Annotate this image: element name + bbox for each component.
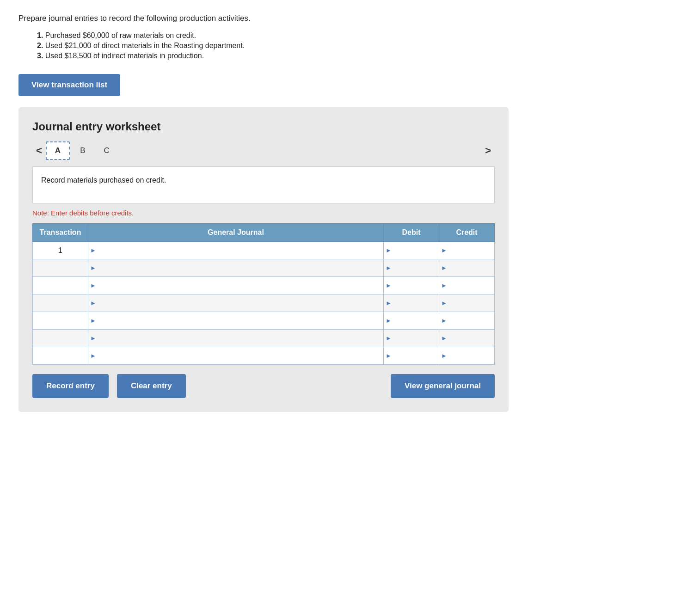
activity-text-1: Purchased $60,000 of raw materials on cr… bbox=[45, 31, 196, 39]
debit-cell-7[interactable]: ► bbox=[384, 347, 439, 365]
credit5-arrow: ► bbox=[441, 317, 447, 324]
credit3-arrow: ► bbox=[441, 282, 447, 289]
debit4-arrow: ► bbox=[386, 300, 392, 306]
debit1-arrow: ► bbox=[386, 247, 392, 254]
debit-input-6[interactable] bbox=[392, 330, 439, 347]
credit-input-6[interactable] bbox=[447, 330, 494, 347]
activity-list: 1. Purchased $60,000 of raw materials on… bbox=[37, 31, 682, 60]
credit1-arrow: ► bbox=[441, 247, 447, 254]
journal-input-7[interactable] bbox=[96, 347, 383, 364]
debit-cell-3[interactable]: ► bbox=[384, 277, 439, 294]
col-debit: Debit bbox=[384, 224, 439, 242]
debit-cell-5[interactable]: ► bbox=[384, 312, 439, 330]
description-box: Record materials purchased on credit. bbox=[32, 166, 495, 203]
credit-cell-2[interactable]: ► bbox=[439, 259, 495, 277]
debit-input-5[interactable] bbox=[392, 312, 439, 329]
activity-text-2: Used $21,000 of direct materials in the … bbox=[45, 42, 245, 49]
credit-input-1[interactable] bbox=[447, 242, 494, 259]
note-text: Note: Enter debits before credits. bbox=[32, 209, 495, 217]
credit-cell-4[interactable]: ► bbox=[439, 294, 495, 312]
row6-arrow: ► bbox=[90, 335, 96, 342]
journal-cell-6[interactable]: ► bbox=[88, 330, 384, 347]
row7-arrow: ► bbox=[90, 352, 96, 359]
debit-cell-2[interactable]: ► bbox=[384, 259, 439, 277]
col-credit: Credit bbox=[439, 224, 495, 242]
debit-input-2[interactable] bbox=[392, 259, 439, 276]
table-row: 1 ► ► ► bbox=[33, 242, 495, 259]
journal-input-2[interactable] bbox=[96, 259, 383, 276]
transaction-cell-5 bbox=[33, 312, 88, 330]
credit-input-4[interactable] bbox=[447, 294, 494, 312]
credit-cell-1[interactable]: ► bbox=[439, 242, 495, 259]
journal-cell-2[interactable]: ► bbox=[88, 259, 384, 277]
debit-input-4[interactable] bbox=[392, 294, 439, 312]
row4-arrow: ► bbox=[90, 300, 96, 306]
debit5-arrow: ► bbox=[386, 317, 392, 324]
debit-input-1[interactable] bbox=[392, 242, 439, 259]
credit-input-7[interactable] bbox=[447, 347, 494, 364]
table-body: 1 ► ► ► bbox=[33, 242, 495, 365]
credit-cell-7[interactable]: ► bbox=[439, 347, 495, 365]
table-header: Transaction General Journal Debit Credit bbox=[33, 224, 495, 242]
credit-input-5[interactable] bbox=[447, 312, 494, 329]
journal-cell-1[interactable]: ► bbox=[88, 242, 384, 259]
debit3-arrow: ► bbox=[386, 282, 392, 289]
row1-arrow: ► bbox=[90, 247, 96, 254]
journal-cell-7[interactable]: ► bbox=[88, 347, 384, 365]
prev-tab-arrow[interactable]: < bbox=[32, 145, 46, 157]
activity-item-2: 2. Used $21,000 of direct materials in t… bbox=[37, 42, 682, 50]
worksheet-container: Journal entry worksheet < A B C > Record… bbox=[18, 107, 509, 412]
credit4-arrow: ► bbox=[441, 300, 447, 306]
activity-item-1: 1. Purchased $60,000 of raw materials on… bbox=[37, 31, 682, 40]
credit-cell-6[interactable]: ► bbox=[439, 330, 495, 347]
debit2-arrow: ► bbox=[386, 264, 392, 271]
journal-input-1[interactable] bbox=[96, 242, 383, 259]
transaction-cell-2 bbox=[33, 259, 88, 277]
journal-input-6[interactable] bbox=[96, 330, 383, 347]
tab-a[interactable]: A bbox=[46, 141, 70, 160]
transaction-cell-1: 1 bbox=[33, 242, 88, 259]
table-row: ► ► ► bbox=[33, 330, 495, 347]
table-row: ► ► ► bbox=[33, 277, 495, 294]
transaction-cell-4 bbox=[33, 294, 88, 312]
tab-c[interactable]: C bbox=[95, 142, 117, 159]
credit7-arrow: ► bbox=[441, 352, 447, 359]
view-general-journal-button[interactable]: View general journal bbox=[391, 374, 495, 398]
next-tab-arrow[interactable]: > bbox=[481, 145, 495, 157]
table-row: ► ► ► bbox=[33, 294, 495, 312]
journal-input-4[interactable] bbox=[96, 294, 383, 312]
journal-input-3[interactable] bbox=[96, 277, 383, 294]
journal-cell-3[interactable]: ► bbox=[88, 277, 384, 294]
table-row: ► ► ► bbox=[33, 259, 495, 277]
transaction-cell-6 bbox=[33, 330, 88, 347]
journal-cell-5[interactable]: ► bbox=[88, 312, 384, 330]
credit2-arrow: ► bbox=[441, 264, 447, 271]
action-buttons-row: Record entry Clear entry View general jo… bbox=[32, 374, 495, 398]
credit-cell-5[interactable]: ► bbox=[439, 312, 495, 330]
debit-cell-1[interactable]: ► bbox=[384, 242, 439, 259]
debit-cell-6[interactable]: ► bbox=[384, 330, 439, 347]
credit6-arrow: ► bbox=[441, 335, 447, 342]
transaction-cell-7 bbox=[33, 347, 88, 365]
journal-cell-4[interactable]: ► bbox=[88, 294, 384, 312]
clear-entry-button[interactable]: Clear entry bbox=[117, 374, 186, 398]
table-row: ► ► ► bbox=[33, 347, 495, 365]
tab-b[interactable]: B bbox=[72, 142, 93, 159]
debit-cell-4[interactable]: ► bbox=[384, 294, 439, 312]
activity-num-1: 1. bbox=[37, 31, 43, 39]
credit-cell-3[interactable]: ► bbox=[439, 277, 495, 294]
description-text: Record materials purchased on credit. bbox=[41, 176, 166, 184]
debit-input-3[interactable] bbox=[392, 277, 439, 294]
view-transaction-button[interactable]: View transaction list bbox=[18, 74, 120, 96]
table-row: ► ► ► bbox=[33, 312, 495, 330]
activity-num-2: 2. bbox=[37, 42, 43, 49]
row3-arrow: ► bbox=[90, 282, 96, 289]
journal-input-5[interactable] bbox=[96, 312, 383, 329]
activity-num-3: 3. bbox=[37, 52, 43, 60]
header-row: Transaction General Journal Debit Credit bbox=[33, 224, 495, 242]
credit-input-3[interactable] bbox=[447, 277, 494, 294]
debit-input-7[interactable] bbox=[392, 347, 439, 364]
record-entry-button[interactable]: Record entry bbox=[32, 374, 109, 398]
tabs-navigation: < A B C > bbox=[32, 141, 495, 160]
credit-input-2[interactable] bbox=[447, 259, 494, 276]
